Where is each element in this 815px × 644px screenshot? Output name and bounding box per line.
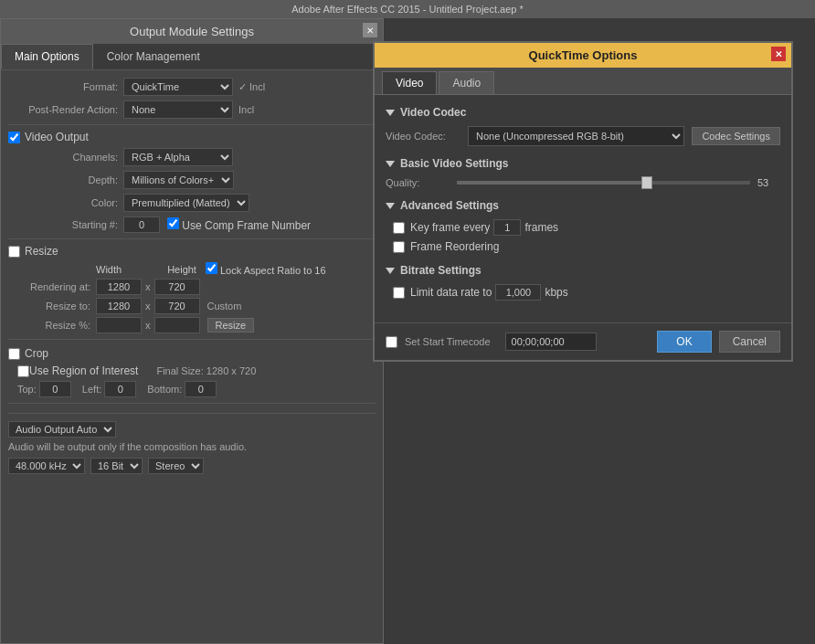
crop-options-row: Use Region of Interest Final Size: 1280 … bbox=[17, 364, 376, 377]
post-render-select[interactable]: None bbox=[123, 100, 233, 119]
oms-title: Output Module Settings bbox=[130, 25, 254, 38]
video-output-checkbox[interactable] bbox=[8, 132, 20, 143]
basic-video-section: Basic Video Settings Quality: 53 bbox=[386, 157, 780, 188]
limit-data-rate-unit: kbps bbox=[545, 286, 567, 299]
quality-row: Quality: 53 bbox=[386, 177, 780, 188]
frame-reordering-checkbox[interactable] bbox=[393, 241, 405, 253]
sample-rate-select[interactable]: 48.000 kHz bbox=[8, 458, 85, 474]
audio-section: Audio Output Auto Audio will be output o… bbox=[8, 413, 376, 474]
basic-video-collapse[interactable] bbox=[386, 161, 395, 167]
resize-pct-w[interactable] bbox=[96, 317, 142, 333]
include-label: ✓ Incl bbox=[238, 81, 265, 93]
crop-fields: Top: Left: Bottom: bbox=[17, 381, 376, 397]
color-row: Color: Premultiplied (Matted) bbox=[8, 194, 376, 212]
bitrate-section: Bitrate Settings Limit data rate to kbps bbox=[386, 264, 780, 301]
video-codec-label: Video Codec: bbox=[386, 131, 468, 142]
depth-label: Depth: bbox=[8, 174, 118, 185]
resize-to-label: Resize to: bbox=[17, 301, 90, 311]
format-row: Format: QuickTime ✓ Incl bbox=[8, 78, 376, 96]
keyframe-label: Key frame every bbox=[410, 221, 490, 234]
set-start-timecode-label: Set Start Timecode bbox=[405, 336, 491, 347]
use-comp-frame-checkbox[interactable] bbox=[167, 217, 179, 229]
use-roi-checkbox[interactable] bbox=[17, 365, 29, 377]
title-bar: Adobe After Effects CC 2015 - Untitled P… bbox=[0, 0, 815, 18]
audio-output-row: Audio Output Auto bbox=[8, 421, 376, 438]
color-select[interactable]: Premultiplied (Matted) bbox=[123, 194, 249, 212]
advanced-settings-collapse[interactable] bbox=[386, 203, 395, 209]
qt-footer: Set Start Timecode OK Cancel bbox=[375, 322, 791, 360]
qt-tab-video[interactable]: Video bbox=[382, 71, 437, 94]
resize-pct-h[interactable] bbox=[154, 317, 200, 333]
cancel-button[interactable]: Cancel bbox=[719, 331, 780, 353]
basic-video-header: Basic Video Settings bbox=[386, 157, 780, 170]
advanced-settings-header: Advanced Settings bbox=[386, 199, 780, 212]
keyframe-row: Key frame every frames bbox=[393, 219, 780, 236]
depth-select[interactable]: Millions of Colors+ bbox=[123, 171, 234, 189]
bitrate-header: Bitrate Settings bbox=[386, 264, 780, 277]
timecode-input[interactable] bbox=[505, 333, 597, 351]
advanced-settings-section: Advanced Settings Key frame every frames… bbox=[386, 199, 780, 253]
channels-audio-select[interactable]: Stereo bbox=[148, 458, 204, 474]
keyframe-value[interactable] bbox=[493, 219, 521, 236]
bitrate-title: Bitrate Settings bbox=[400, 264, 482, 277]
rendering-at-h[interactable] bbox=[154, 279, 200, 295]
keyframe-checkbox[interactable] bbox=[393, 222, 405, 234]
limit-data-rate-label: Limit data rate to bbox=[410, 286, 492, 299]
quality-slider-fill bbox=[457, 181, 648, 185]
qt-close-button[interactable]: ✕ bbox=[771, 47, 786, 61]
oms-close-button[interactable]: ✕ bbox=[363, 23, 377, 37]
qt-footer-left: Set Start Timecode bbox=[386, 333, 650, 351]
use-comp-frame-label: Use Comp Frame Number bbox=[182, 219, 311, 232]
oms-tab-color[interactable]: Color Management bbox=[93, 44, 214, 69]
crop-checkbox[interactable] bbox=[8, 348, 20, 360]
crop-row: Crop bbox=[8, 347, 376, 360]
oms-tab-main[interactable]: Main Options bbox=[1, 44, 93, 69]
starting-hash-label: Starting #: bbox=[8, 219, 118, 230]
qt-title-bar: QuickTime Options ✕ bbox=[375, 43, 791, 68]
include-label2: Incl bbox=[238, 104, 254, 115]
qt-title: QuickTime Options bbox=[529, 48, 638, 62]
video-output-row: Video Output bbox=[8, 131, 376, 143]
limit-data-rate-checkbox[interactable] bbox=[393, 287, 405, 299]
lock-aspect-checkbox[interactable] bbox=[206, 262, 217, 274]
crop-top-input[interactable] bbox=[39, 381, 71, 397]
codec-settings-btn[interactable]: Codec Settings bbox=[692, 127, 780, 145]
audio-output-select[interactable]: Audio Output Auto bbox=[8, 421, 116, 438]
video-codec-section: Video Codec Video Codec: None (Uncompres… bbox=[386, 106, 780, 146]
oms-dialog: Output Module Settings ✕ Main Options Co… bbox=[0, 18, 384, 644]
format-select[interactable]: QuickTime bbox=[123, 78, 233, 96]
rendering-at-row: Rendering at: x bbox=[17, 279, 376, 295]
set-start-timecode-checkbox[interactable] bbox=[386, 336, 397, 348]
limit-data-rate-value[interactable] bbox=[495, 284, 541, 301]
channels-select[interactable]: RGB + Alpha bbox=[123, 148, 233, 166]
x-sep-3: x bbox=[145, 320, 151, 331]
bit-depth-select[interactable]: 16 Bit bbox=[90, 458, 143, 474]
resize-checkbox[interactable] bbox=[8, 246, 20, 258]
starting-hash-row: Starting #: Use Comp Frame Number bbox=[8, 216, 376, 233]
limit-data-rate-row: Limit data rate to kbps bbox=[393, 284, 780, 301]
qt-tab-audio[interactable]: Audio bbox=[439, 71, 494, 94]
resize-to-h[interactable] bbox=[154, 298, 200, 314]
keyframe-unit: frames bbox=[524, 221, 558, 234]
ok-button[interactable]: OK bbox=[657, 331, 711, 353]
video-codec-title: Video Codec bbox=[400, 106, 466, 119]
crop-top: Top: bbox=[17, 381, 71, 397]
lock-aspect-row-inner: Lock Aspect Ratio to 16 bbox=[206, 262, 326, 276]
quality-label: Quality: bbox=[386, 177, 450, 188]
crop-bottom-input[interactable] bbox=[185, 381, 217, 397]
width-col-header: Width bbox=[96, 264, 122, 275]
resize-btn[interactable]: Resize bbox=[207, 318, 255, 333]
rendering-at-w[interactable] bbox=[96, 279, 142, 295]
starting-hash-input[interactable] bbox=[123, 216, 160, 233]
oms-tabs: Main Options Color Management bbox=[1, 44, 383, 70]
resize-to-w[interactable] bbox=[96, 298, 142, 314]
video-codec-select[interactable]: None (Uncompressed RGB 8-bit) bbox=[468, 126, 684, 146]
resize-grid: Width Height Lock Aspect Ratio to 16 Ren… bbox=[17, 262, 376, 333]
lock-aspect-label: Lock Aspect Ratio to 16 bbox=[220, 265, 326, 276]
bitrate-collapse[interactable] bbox=[386, 268, 395, 274]
crop-left-input[interactable] bbox=[104, 381, 136, 397]
video-codec-collapse[interactable] bbox=[386, 110, 395, 116]
quality-slider[interactable] bbox=[457, 181, 750, 185]
resize-section-row: Resize bbox=[8, 245, 376, 258]
format-label: Format: bbox=[8, 81, 118, 92]
